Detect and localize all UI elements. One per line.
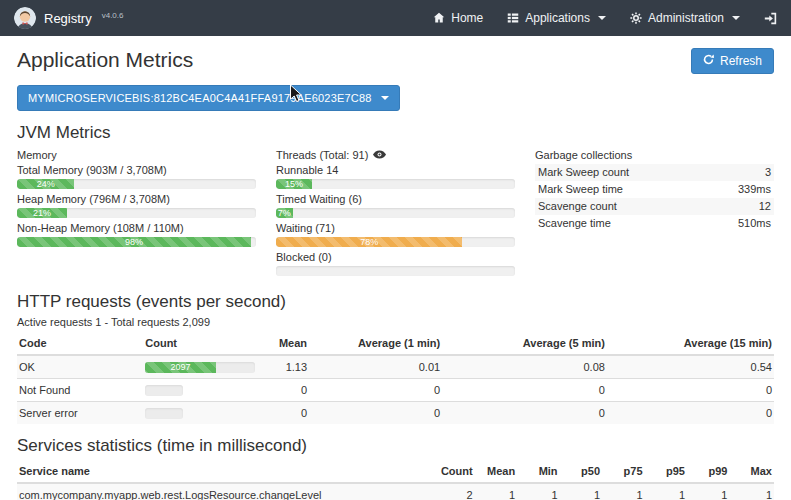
progress-value: 78% xyxy=(360,237,378,247)
threads-column: Threads (Total: 91) Runnable 14 15% Time… xyxy=(276,148,515,280)
brand-logo-icon xyxy=(14,7,36,29)
column-header-code: Code xyxy=(17,332,141,355)
refresh-button[interactable]: Refresh xyxy=(691,48,774,74)
column-header-avg5: Average (5 min) xyxy=(444,332,609,355)
gc-row: Scavenge time 510ms xyxy=(535,215,774,232)
mean-cell: 1 xyxy=(477,483,519,500)
progress-value: 24% xyxy=(37,179,55,189)
count-bar-track: 2097 xyxy=(145,362,255,373)
home-icon xyxy=(433,12,445,24)
column-header-mean: Mean xyxy=(477,460,519,483)
count-bar-track xyxy=(145,408,183,419)
progress-value: 7% xyxy=(278,208,291,218)
chevron-down-icon xyxy=(381,96,389,100)
avg15-cell: 0 xyxy=(609,379,774,402)
gc-row-label: Scavenge time xyxy=(538,217,611,230)
gc-row: Mark Sweep count 3 xyxy=(535,164,774,181)
nav-item-label: Applications xyxy=(525,11,590,25)
gc-column: Garbage collections Mark Sweep count 3 M… xyxy=(535,148,774,280)
navbar-menu: Home Applications xyxy=(433,11,777,25)
total-memory-progressbar: 24% xyxy=(17,179,256,189)
code-cell: OK xyxy=(17,355,141,379)
column-header-p99: p99 xyxy=(689,460,731,483)
http-requests-subtitle: Active requests 1 - Total requests 2,099 xyxy=(17,316,774,328)
waiting-progressbar: 78% xyxy=(276,237,515,247)
column-header-count: Count xyxy=(141,332,259,355)
gc-row-value: 12 xyxy=(759,200,771,213)
threads-title: Threads (Total: 91) xyxy=(276,148,515,162)
page-title: Application Metrics xyxy=(17,48,193,72)
runnable-label: Runnable 14 xyxy=(276,164,515,177)
refresh-icon xyxy=(703,54,714,68)
gc-row-label: Mark Sweep time xyxy=(538,183,623,196)
chevron-down-icon xyxy=(598,16,606,20)
avg15-cell: 0 xyxy=(609,402,774,425)
instance-selector-dropdown[interactable]: MYMICROSERVICEBIS:812BC4EA0C4A41FFA9179A… xyxy=(17,85,400,111)
table-row: com.mycompany.myapp.web.rest.LogsResourc… xyxy=(17,483,774,500)
avg15-cell: 0.54 xyxy=(609,355,774,379)
avg5-cell: 0.08 xyxy=(444,355,609,379)
column-header-p95: p95 xyxy=(647,460,689,483)
brand-title: Registry xyxy=(44,11,92,26)
gc-rows: Mark Sweep count 3 Mark Sweep time 339ms… xyxy=(535,164,774,232)
eye-icon[interactable] xyxy=(373,148,386,162)
jvm-metrics-heading: JVM Metrics xyxy=(17,123,774,143)
timed-waiting-progressbar: 7% xyxy=(276,208,515,218)
gc-row-value: 339ms xyxy=(738,183,771,196)
count-cell: 2097 xyxy=(141,355,259,379)
jvm-metrics-panel: Memory Total Memory (903M / 3,708M) 24% … xyxy=(17,148,774,280)
brand-version: v4.0.6 xyxy=(102,11,124,20)
column-header-avg15: Average (15 min) xyxy=(609,332,774,355)
nonheap-memory-progressbar: 98% xyxy=(17,237,256,247)
column-header-avg1: Average (1 min) xyxy=(311,332,444,355)
refresh-label: Refresh xyxy=(720,54,762,68)
navbar: Registry v4.0.6 Home Applications xyxy=(0,0,791,36)
gc-title: Garbage collections xyxy=(535,148,774,162)
nav-item-applications[interactable]: Applications xyxy=(507,11,606,25)
services-statistics-heading: Services statistics (time in millisecond… xyxy=(17,436,774,456)
p75-cell: 1 xyxy=(604,483,646,500)
avg5-cell: 0 xyxy=(444,379,609,402)
gc-row-label: Mark Sweep count xyxy=(538,166,629,179)
progress-fill: 98% xyxy=(17,237,251,247)
total-memory-label: Total Memory (903M / 3,708M) xyxy=(17,164,256,177)
applications-icon xyxy=(507,12,519,24)
mean-cell: 0 xyxy=(259,379,311,402)
progress-fill: 15% xyxy=(276,179,312,189)
service-name-cell: com.mycompany.myapp.web.rest.LogsResourc… xyxy=(17,483,434,500)
gc-row-value: 510ms xyxy=(738,217,771,230)
gear-icon xyxy=(630,12,642,24)
gc-row: Mark Sweep time 339ms xyxy=(535,181,774,198)
blocked-label: Blocked (0) xyxy=(276,251,515,264)
nav-item-administration[interactable]: Administration xyxy=(630,11,740,25)
nav-item-label: Administration xyxy=(648,11,724,25)
gc-row: Scavenge count 12 xyxy=(535,198,774,215)
avg5-cell: 0 xyxy=(444,402,609,425)
count-cell xyxy=(141,402,259,425)
http-requests-table: Code Count Mean Average (1 min) Average … xyxy=(17,332,774,424)
blocked-progressbar xyxy=(276,266,515,276)
table-row: Not Found 0 0 0 0 xyxy=(17,379,774,402)
instance-selector-label: MYMICROSERVICEBIS:812BC4EA0C4A41FFA9179A… xyxy=(28,92,372,104)
runnable-progressbar: 15% xyxy=(276,179,515,189)
waiting-label: Waiting (71) xyxy=(276,222,515,235)
nav-item-home[interactable]: Home xyxy=(433,11,483,25)
heap-memory-label: Heap Memory (796M / 3,708M) xyxy=(17,193,256,206)
column-header-count: Count xyxy=(434,460,476,483)
main-content: Application Metrics Refresh MYMICROSERVI… xyxy=(0,36,791,500)
gc-row-label: Scavenge count xyxy=(538,200,617,213)
table-row: OK 2097 1.13 0.01 0.08 0.54 xyxy=(17,355,774,379)
avg1-cell: 0 xyxy=(311,379,444,402)
logout-button[interactable] xyxy=(764,12,777,25)
progress-value: 21% xyxy=(33,208,51,218)
progress-value: 15% xyxy=(285,179,303,189)
http-requests-heading: HTTP requests (events per second) xyxy=(17,292,774,312)
progress-fill: 7% xyxy=(276,208,293,218)
p95-cell: 1 xyxy=(647,483,689,500)
progress-fill: 24% xyxy=(17,179,74,189)
column-header-min: Min xyxy=(519,460,561,483)
brand-link[interactable]: Registry v4.0.6 xyxy=(14,7,123,29)
p99-cell: 1 xyxy=(689,483,731,500)
column-header-service-name: Service name xyxy=(17,460,434,483)
heap-memory-progressbar: 21% xyxy=(17,208,256,218)
